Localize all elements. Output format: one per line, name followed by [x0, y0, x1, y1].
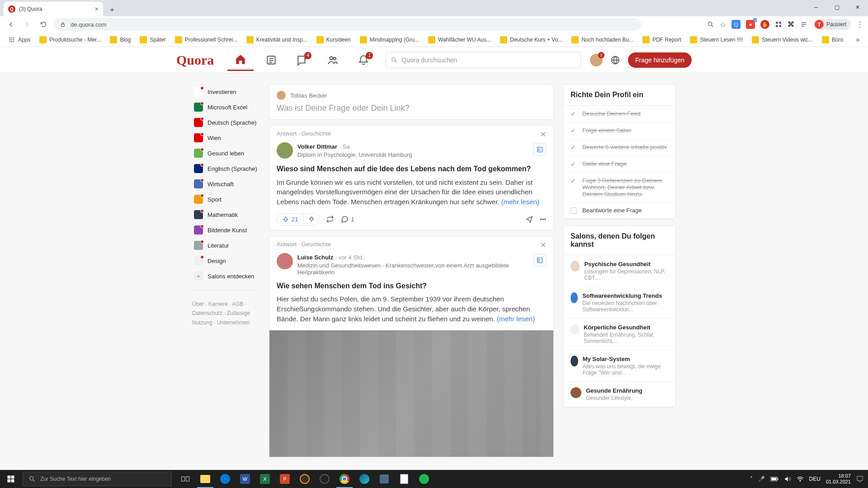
- quora-logo[interactable]: Quora: [176, 52, 214, 68]
- extension-icon-2[interactable]: ●3: [746, 20, 755, 29]
- app-icon-2[interactable]: [374, 470, 394, 488]
- bookmark-item[interactable]: Noch hochladen Bu...: [568, 34, 637, 45]
- obs-icon[interactable]: [315, 470, 335, 488]
- sidebar-topic[interactable]: Deutsch (Sprache): [192, 115, 260, 130]
- language-button[interactable]: [607, 52, 623, 68]
- new-tab-button[interactable]: +: [106, 4, 118, 16]
- author-avatar[interactable]: [277, 253, 293, 269]
- maximize-button[interactable]: ▢: [826, 0, 847, 14]
- nav-answer[interactable]: 4: [289, 49, 315, 71]
- edge-icon[interactable]: [354, 470, 374, 488]
- browser-tab[interactable]: Q (3) Quora ×: [4, 2, 103, 16]
- upvote-button[interactable]: 21: [277, 214, 304, 225]
- dismiss-post-icon[interactable]: ✕: [540, 130, 546, 139]
- chrome-icon[interactable]: [335, 470, 354, 488]
- battery-icon[interactable]: [770, 476, 778, 482]
- nav-notifications[interactable]: 1: [350, 49, 377, 71]
- volume-icon[interactable]: [784, 475, 791, 483]
- downvote-button[interactable]: [304, 214, 319, 225]
- profile-button[interactable]: T Pausiert: [813, 19, 851, 30]
- dismiss-post-icon[interactable]: ✕: [540, 241, 546, 249]
- bookmark-item[interactable]: Wahlfächer WU Aus...: [425, 34, 495, 45]
- add-question-button[interactable]: Frage hinzufügen: [628, 52, 692, 68]
- bookmark-item[interactable]: Kursideen: [313, 34, 354, 45]
- sidebar-topic[interactable]: Englisch (Sprache): [192, 161, 260, 176]
- extension-icon-1[interactable]: Q: [731, 20, 741, 29]
- setup-task[interactable]: ✓Folge einem Salon: [563, 122, 675, 139]
- app-icon[interactable]: [295, 470, 315, 488]
- reload-button[interactable]: [37, 18, 50, 31]
- sidebar-topic[interactable]: Sport: [192, 192, 260, 207]
- bookmark-item[interactable]: Steuern Videos wic...: [748, 34, 816, 45]
- bookmark-item[interactable]: Professionell Schrei...: [171, 34, 241, 45]
- extensions-icon[interactable]: [788, 21, 795, 28]
- sidebar-topic[interactable]: Gesund leben: [192, 145, 260, 161]
- setup-task[interactable]: Beantworte eine Frage: [563, 202, 675, 219]
- notepad-icon[interactable]: [394, 470, 414, 488]
- salon-suggestion[interactable]: Gesunde ErnährungGesunder Lifestyle,: [563, 382, 675, 407]
- author-name[interactable]: Luise Schulz: [297, 254, 333, 261]
- apps-bookmark[interactable]: Apps: [5, 34, 34, 45]
- sidebar-topic[interactable]: Literatur: [192, 238, 260, 253]
- bookmark-item[interactable]: Deutsche Kurs + Vo...: [496, 34, 566, 45]
- bookmark-item[interactable]: PDF Report: [639, 34, 684, 45]
- author-name[interactable]: Volker Dittmar: [297, 143, 337, 150]
- read-more-link[interactable]: (mehr lesen): [501, 198, 539, 206]
- word-icon[interactable]: W: [235, 470, 255, 488]
- bookmark-item[interactable]: Produktsuche - Mer...: [36, 34, 104, 45]
- minimize-button[interactable]: ─: [806, 0, 826, 14]
- tray-chevron-icon[interactable]: ˄: [750, 476, 753, 482]
- back-button[interactable]: [5, 18, 17, 31]
- sidebar-topic[interactable]: Investieren: [192, 84, 260, 99]
- discover-salons[interactable]: + Salons entdecken: [192, 268, 260, 284]
- comment-button[interactable]: 1: [340, 215, 354, 223]
- task-view-icon[interactable]: [175, 470, 195, 488]
- close-window-button[interactable]: ✕: [847, 0, 868, 14]
- more-options-button[interactable]: •••: [540, 215, 546, 223]
- sidebar-topic[interactable]: Mathematik: [192, 207, 260, 222]
- setup-task[interactable]: ✓Stelle eine Frage: [563, 156, 675, 173]
- bookmark-item[interactable]: Später: [136, 34, 169, 45]
- clock[interactable]: 18:07 01.03.2021: [826, 473, 851, 485]
- bookmark-item[interactable]: Steuern Lesen !!!!: [686, 34, 746, 45]
- start-button[interactable]: [0, 470, 22, 488]
- taskbar-search[interactable]: Zur Suche Text hier eingeben: [23, 472, 172, 486]
- search-input[interactable]: Quora durchsuchen: [386, 52, 581, 68]
- nav-home[interactable]: [227, 49, 254, 71]
- salon-suggestion[interactable]: Softwareentwicklung TrendsDie neuesten N…: [563, 287, 675, 319]
- apps-icon[interactable]: [775, 21, 782, 28]
- adblock-icon[interactable]: ✋: [760, 20, 769, 29]
- excel-icon[interactable]: X: [255, 470, 275, 488]
- ask-question-card[interactable]: Tobias Becker Was ist Deine Frage oder D…: [269, 84, 554, 120]
- share-button[interactable]: [525, 215, 533, 223]
- salon-suggestion[interactable]: Körperliche GesundheitBehandelt Ernährun…: [563, 319, 675, 350]
- bookmark-item[interactable]: Büro: [818, 34, 847, 45]
- star-icon[interactable]: ☆: [720, 20, 726, 29]
- zoom-icon[interactable]: [707, 21, 714, 28]
- explorer-icon[interactable]: [195, 470, 215, 488]
- forward-button[interactable]: [21, 18, 33, 31]
- post-category[interactable]: Antwort · Geschichte: [277, 130, 331, 137]
- post-title[interactable]: Wie sehen Menschen dem Tod ins Gesicht?: [269, 279, 553, 293]
- bookmark-item[interactable]: Kreativität und Insp...: [243, 34, 311, 45]
- powerpoint-icon[interactable]: P: [275, 470, 295, 488]
- author-avatar[interactable]: [277, 142, 293, 159]
- post-title[interactable]: Wieso sind Menschen auf die Idee des Leb…: [269, 162, 553, 176]
- setup-task[interactable]: ✓Füge 3 Referenzen zu Deinem Wohnort, De…: [563, 173, 675, 202]
- notification-center-icon[interactable]: [856, 475, 863, 483]
- post-category[interactable]: Antwort · Geschichte: [277, 241, 331, 248]
- reading-list-icon[interactable]: [800, 21, 807, 28]
- nav-spaces[interactable]: [320, 49, 346, 71]
- sidebar-topic[interactable]: Bildende Kunst: [192, 222, 260, 238]
- post-image[interactable]: [269, 330, 553, 457]
- setup-task[interactable]: ✓Bewerte 5 weitere Inhalte positiv: [563, 139, 675, 156]
- user-avatar[interactable]: 2: [590, 54, 603, 66]
- sidebar-topic[interactable]: Wien: [192, 130, 260, 145]
- verified-icon[interactable]: [533, 143, 546, 156]
- wifi-icon[interactable]: [797, 475, 804, 483]
- sidebar-topic[interactable]: Wirtschaft: [192, 176, 260, 192]
- spotify-icon[interactable]: [414, 470, 434, 488]
- edge-legacy-icon[interactable]: [215, 470, 235, 488]
- verified-icon[interactable]: [533, 254, 546, 267]
- setup-task[interactable]: ✓Besuche Deinen Feed: [563, 106, 675, 122]
